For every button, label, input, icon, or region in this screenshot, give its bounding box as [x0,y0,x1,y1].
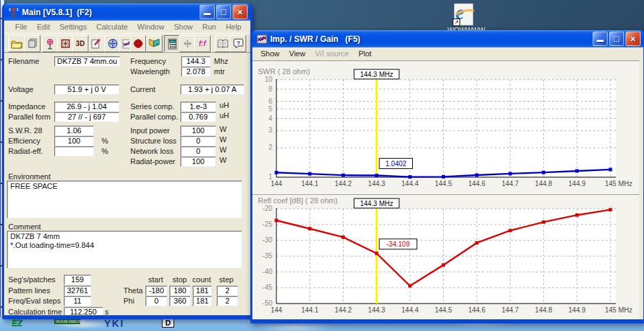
filename-label: Filename [8,57,39,65]
plot-minimize-button[interactable]: ▬ [593,32,608,46]
menu-plot-plot[interactable]: Plot [354,48,377,59]
maximize-button[interactable]: □ [216,5,231,19]
frequency-sweep-button[interactable]: f:f [194,35,211,52]
minimize-button[interactable]: ▬ [200,5,215,19]
structure-loss-field[interactable]: 0 [180,136,216,146]
theta-start-field[interactable]: -180 [145,286,167,296]
phi-count-field[interactable]: 181 [193,296,212,306]
menu-calculate[interactable]: Calculate [91,21,132,32]
calculator-icon [168,38,177,49]
menu-window[interactable]: Window [132,21,169,32]
comment-label: Comment [8,222,41,231]
menu-file[interactable]: File [10,21,32,32]
swr-refl-charts-canvas[interactable]: 144.3 MHz1.0402108654321144144.1144.2144… [252,61,639,319]
output-book-icon [149,38,160,49]
comment-box[interactable]: DK7ZB 7 4mm *.Out loading-time=9.844 [7,231,242,269]
input-power-field[interactable]: 100 [180,126,216,136]
menu-plot-show[interactable]: Show [256,48,285,59]
impedance-field[interactable]: 26.9 - j 1.04 [54,102,119,112]
svg-text:Refl coef [dB] ( 28 ohm): Refl coef [dB] ( 28 ohm) [258,196,337,205]
plot-close-button[interactable]: × [625,32,641,46]
view-3d-button[interactable]: 3D [72,35,88,52]
menu-help[interactable]: Help [221,21,246,32]
about-button[interactable]: ? [230,35,246,52]
svg-text:8: 8 [268,85,272,93]
geometry-edit-button[interactable] [88,35,105,52]
svg-text:144.7: 144.7 [501,306,518,314]
svg-text:-40: -40 [263,268,273,275]
menu-vi-source: V/I source [310,48,354,59]
antenna-pattern-icon [45,38,56,49]
menu-edit[interactable]: Edit [32,21,55,32]
manual-button[interactable] [215,35,231,52]
sweep-header-start: start [145,275,166,284]
frequency-label: Frequency [130,57,166,65]
parallel-comp-unit: uH [219,111,229,119]
sweep-steps-button[interactable] [179,35,195,52]
plot-menubar: Show View V/I source Plot [252,47,643,60]
series-comp-unit: uH [219,101,229,109]
menu-run[interactable]: Run [198,21,221,32]
network-loss-label: Network loss [130,147,174,155]
charts-panel[interactable]: 144.3 MHz1.0402108654321144144.1144.2144… [252,60,639,319]
internet-explorer-icon[interactable]: e ↗ [447,1,480,30]
series-comp-field[interactable]: 1.e-3 [180,102,216,112]
geometry-antenna-button[interactable] [42,35,58,52]
plot-maximize-button[interactable]: □ [609,32,624,46]
svg-text:4: 4 [268,115,272,122]
svg-text:144.3: 144.3 [368,306,385,314]
svg-text:144.3 MHz: 144.3 MHz [360,71,393,78]
svg-text:-30: -30 [263,236,273,244]
wavelength-field[interactable]: 2.078 [181,67,211,77]
svg-text:144.2: 144.2 [335,306,352,314]
svg-text:SWR ( 28 ohm): SWR ( 28 ohm) [258,67,310,76]
filename-field[interactable]: DK7ZB 7 4mm.ou [54,56,120,67]
frequency-field[interactable]: 144.3 [181,56,211,67]
efficiency-field[interactable]: 100 [54,136,94,146]
parallel-form-field[interactable]: 27 // - j 697 [54,112,119,122]
phi-start-field[interactable]: 0 [145,296,167,306]
plot-titlebar[interactable]: Imp. / SWR / Gain (F5) ▬ □ × [252,30,643,47]
comment-line-2: *.Out loading-time=9.844 [10,241,239,250]
radiat-eff-field[interactable] [54,146,94,157]
phi-stop-field[interactable]: 360 [169,296,191,306]
phi-step-field[interactable]: 2 [217,296,238,306]
save-copy-button[interactable] [24,35,40,52]
main-window: Main [V5.8.1] (F2) ▬ □ × File Edit Setti… [2,3,252,319]
theta-count-field[interactable]: 181 [193,286,212,296]
desktop-icon-ez[interactable]: EZ [11,318,21,328]
theta-stop-field[interactable]: 180 [169,286,191,296]
parallel-comp-field[interactable]: 0.769 [180,112,216,122]
far-field-3d-button[interactable] [130,35,146,52]
cross-arrows-icon [182,38,193,49]
desktop-icon-emecalc[interactable]: VK3UM EMECALC [54,319,80,324]
network-loss-field[interactable]: 0 [180,146,216,157]
menu-show[interactable]: Show [169,21,198,32]
svg-text:144.6: 144.6 [468,306,486,314]
stacked-files-icon [27,38,38,49]
current-field[interactable]: 1.93 + j 0.07 A [180,84,244,95]
far-field-2d-button[interactable] [104,35,121,52]
wire-grid-button[interactable] [57,35,73,52]
nec-output-button[interactable] [146,35,163,52]
radiat-power-label: Radiat-power [130,157,175,166]
main-titlebar[interactable]: Main [V5.8.1] (F2) ▬ □ × [4,3,250,21]
open-file-button[interactable] [8,35,25,52]
menu-settings[interactable]: Settings [55,21,92,32]
environment-box[interactable]: FREE SPACE [7,181,242,218]
polar-pattern-icon [108,38,118,49]
main-window-title: Main [V5.8.1] (F2) [22,8,92,17]
radiat-power-field[interactable]: 100 [180,157,216,167]
close-button[interactable]: × [232,5,248,19]
voltage-field[interactable]: 51.9 + j 0 V [54,84,119,95]
segs-patches-label: Seg's/patches [8,275,56,284]
swr-field[interactable]: 1.06 [54,126,94,136]
menu-plot-view[interactable]: View [285,48,311,59]
calculate-button[interactable] [164,35,180,52]
svg-text:144.4: 144.4 [401,180,418,187]
desktop-icon-d[interactable]: D [162,318,174,328]
radiat-eff-unit: % [102,147,108,155]
desktop-icon-yki[interactable]: YKI [104,318,124,329]
theta-step-field[interactable]: 2 [217,286,238,296]
segs-patches-field: 159 [64,275,91,285]
